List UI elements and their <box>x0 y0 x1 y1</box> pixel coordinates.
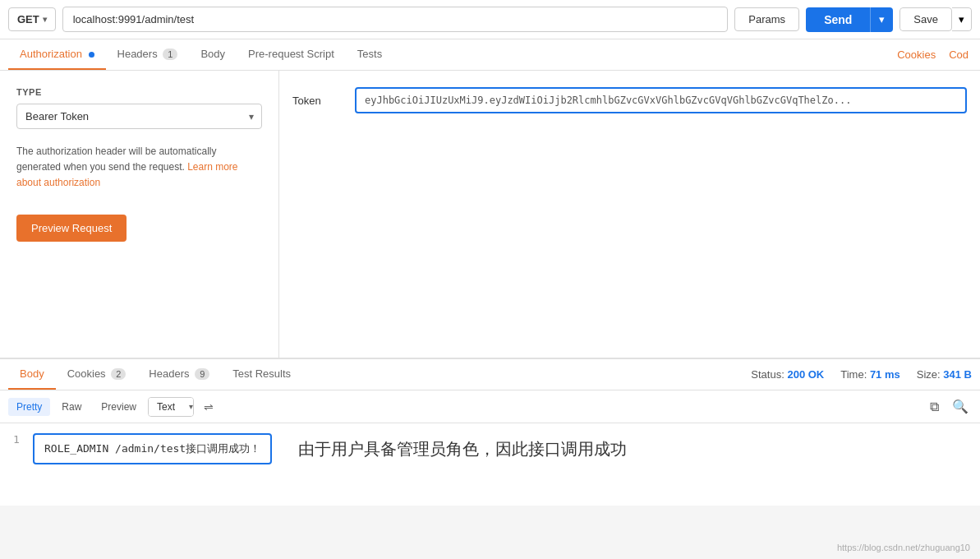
tab-authorization[interactable]: Authorization <box>8 39 106 70</box>
response-body-row: 1 ROLE_ADMIN /admin/test接口调用成功！ 由于用户具备管理… <box>13 433 967 464</box>
resp-tab-testresults[interactable]: Test Results <box>221 359 302 390</box>
tab-headers[interactable]: Headers 1 <box>106 39 190 70</box>
send-dropdown-chevron-icon: ▾ <box>879 13 885 25</box>
method-chevron-icon: ▾ <box>43 15 47 24</box>
save-more-button[interactable]: ▾ <box>952 7 972 31</box>
url-input[interactable] <box>62 7 729 32</box>
response-section: Body Cookies 2 Headers 9 Test Results St… <box>0 358 980 506</box>
tab-prerequest[interactable]: Pre-request Script <box>237 39 346 70</box>
wrap-icon[interactable]: ⇌ <box>204 400 214 413</box>
tabs-right: Cookies Cod <box>894 40 972 69</box>
main-content: TYPE Bearer Token No Auth Basic Auth API… <box>0 71 980 358</box>
tab-authorization-label: Authorization <box>20 48 82 60</box>
token-label: Token <box>292 95 342 107</box>
token-input[interactable] <box>355 87 967 113</box>
response-toolbar: Pretty Raw Preview Text JSON HTML XML ▾ … <box>0 390 980 423</box>
status-value: 200 OK <box>787 368 824 381</box>
annotation-text: 由于用户具备管理员角色，因此接口调用成功 <box>298 438 627 460</box>
type-select[interactable]: Bearer Token No Auth Basic Auth API Key … <box>16 104 262 129</box>
method-label: GET <box>17 13 39 25</box>
resp-actions: ⧉ 🔍 <box>927 395 972 418</box>
resp-cookies-badge: 2 <box>111 368 126 380</box>
tab-headers-label: Headers <box>117 48 158 60</box>
format-preview-button[interactable]: Preview <box>93 398 145 416</box>
preview-request-button[interactable]: Preview Request <box>16 215 127 242</box>
left-panel: TYPE Bearer Token No Auth Basic Auth API… <box>0 71 279 358</box>
info-text-content: The authorization header will be automat… <box>16 146 216 173</box>
save-button[interactable]: Save <box>899 7 952 31</box>
resp-tab-body[interactable]: Body <box>8 359 56 390</box>
type-select-wrapper: Bearer Token No Auth Basic Auth API Key … <box>16 104 262 129</box>
type-label: TYPE <box>16 87 262 97</box>
code-link[interactable]: Cod <box>945 40 972 69</box>
watermark: https://blog.csdn.net/zhuguang10 <box>837 543 970 552</box>
resp-headers-badge: 9 <box>195 368 209 380</box>
send-button[interactable]: Send <box>806 7 870 32</box>
status-info: Status: 200 OK Time: 71 ms Size: 341 B <box>751 368 972 381</box>
params-button[interactable]: Params <box>734 7 799 31</box>
format-raw-button[interactable]: Raw <box>53 398 90 416</box>
send-dropdown-button[interactable]: ▾ <box>870 7 893 32</box>
resp-tab-body-label: Body <box>20 367 44 380</box>
tab-tests-label: Tests <box>357 48 382 60</box>
format-pretty-button[interactable]: Pretty <box>8 398 50 416</box>
response-content: ROLE_ADMIN /admin/test接口调用成功！ <box>33 433 272 464</box>
line-number: 1 <box>13 433 26 446</box>
send-group: Send ▾ <box>806 7 893 32</box>
size-label: Size: <box>917 368 941 381</box>
right-panel: Token <box>279 71 980 358</box>
tab-body-label: Body <box>200 48 225 60</box>
copy-button[interactable]: ⧉ <box>927 395 942 418</box>
response-body: 1 ROLE_ADMIN /admin/test接口调用成功！ 由于用户具备管理… <box>0 423 980 506</box>
time-label: Time: <box>840 368 867 381</box>
token-row: Token <box>292 87 967 113</box>
cookies-link[interactable]: Cookies <box>894 40 939 69</box>
tab-prerequest-label: Pre-request Script <box>248 48 334 60</box>
save-group: Save ▾ <box>899 7 972 31</box>
response-line: 1 ROLE_ADMIN /admin/test接口调用成功！ <box>13 433 272 464</box>
status-label: Status: <box>751 368 784 381</box>
resp-tab-testresults-label: Test Results <box>232 367 291 380</box>
tab-tests[interactable]: Tests <box>346 39 393 70</box>
top-bar: GET ▾ Params Send ▾ Save ▾ <box>0 0 980 39</box>
resp-tab-headers[interactable]: Headers 9 <box>137 359 221 390</box>
info-text: The authorization header will be automat… <box>16 144 262 192</box>
resp-tab-cookies[interactable]: Cookies 2 <box>56 359 138 390</box>
tab-body[interactable]: Body <box>189 39 237 70</box>
headers-badge: 1 <box>163 49 177 60</box>
resp-tab-cookies-label: Cookies <box>67 367 106 380</box>
response-tabs-row: Body Cookies 2 Headers 9 Test Results St… <box>0 359 980 390</box>
resp-tab-headers-label: Headers <box>149 367 189 380</box>
format-type-select-wrapper: Text JSON HTML XML ▾ <box>148 397 194 417</box>
search-button[interactable]: 🔍 <box>949 395 972 418</box>
authorization-dot <box>89 52 94 58</box>
save-chevron-icon: ▾ <box>959 13 964 25</box>
time-value: 71 ms <box>870 368 900 381</box>
main-tabs-row: Authorization Headers 1 Body Pre-request… <box>0 39 980 71</box>
size-value: 341 B <box>943 368 972 381</box>
method-button[interactable]: GET ▾ <box>8 7 56 31</box>
format-type-select[interactable]: Text JSON HTML XML <box>149 398 194 416</box>
